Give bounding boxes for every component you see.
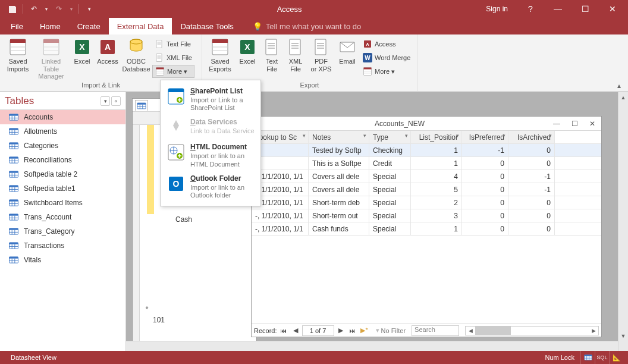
- record-prev-icon[interactable]: ◀: [290, 325, 301, 336]
- window-minimize-icon[interactable]: ―: [545, 0, 571, 18]
- import-access-button[interactable]: Access: [95, 36, 120, 79]
- cell[interactable]: -1: [508, 170, 555, 183]
- tab-file[interactable]: File: [2, 18, 32, 34]
- column-header[interactable]: Notes: [309, 131, 369, 143]
- export-xml-button[interactable]: XML File: [284, 36, 307, 79]
- ribbon-collapse-icon[interactable]: ▴: [614, 81, 624, 90]
- nav-item-softpedia-table-2[interactable]: Softpedia table 2: [0, 167, 125, 181]
- cell[interactable]: This is a Softpe: [309, 157, 369, 170]
- import-more-button[interactable]: More ▾: [152, 65, 194, 78]
- export-text-button[interactable]: Text File: [260, 36, 283, 79]
- nav-item-softpedia-table1[interactable]: Softpedia table1: [0, 181, 125, 196]
- nav-item-transactions[interactable]: Transactions: [0, 239, 125, 253]
- tell-me-search[interactable]: 💡 Tell me what you want to do: [242, 18, 361, 34]
- nav-item-allotments[interactable]: Allotments: [0, 124, 125, 139]
- nav-item-reconciliations[interactable]: Reconciliations: [0, 153, 125, 167]
- cell[interactable]: 0: [462, 183, 508, 196]
- import-excel-button[interactable]: Excel: [70, 36, 94, 79]
- export-access-button[interactable]: Access: [360, 37, 413, 51]
- cell[interactable]: 2: [411, 196, 462, 209]
- cell[interactable]: 0: [462, 222, 508, 235]
- export-word-merge-button[interactable]: WWord Merge: [360, 51, 413, 64]
- view-design-icon[interactable]: 📐: [609, 351, 623, 364]
- record-next-icon[interactable]: ▶: [335, 325, 346, 336]
- datasheet-close-icon[interactable]: ✕: [583, 117, 601, 131]
- cell[interactable]: Special: [369, 196, 411, 209]
- tab-create[interactable]: Create: [69, 18, 109, 34]
- qat-customize-icon[interactable]: ▾: [82, 2, 96, 15]
- cell[interactable]: Special: [369, 183, 411, 196]
- export-more-button[interactable]: More ▾: [360, 65, 413, 78]
- help-icon[interactable]: ?: [517, 0, 544, 18]
- saved-imports-button[interactable]: Saved Imports: [4, 36, 32, 79]
- window-close-icon[interactable]: ✕: [599, 0, 626, 18]
- export-excel-button[interactable]: Excel: [236, 36, 259, 79]
- no-filter-label[interactable]: No Filter: [381, 327, 406, 334]
- export-email-button[interactable]: Email: [335, 36, 359, 79]
- cell[interactable]: Short-term out: [309, 209, 369, 222]
- cell[interactable]: Special: [369, 209, 411, 222]
- undo-menu-icon[interactable]: ▾: [43, 2, 49, 15]
- nav-item-trans_account[interactable]: Trans_Account: [0, 210, 125, 224]
- cell[interactable]: Short-term deb: [309, 196, 369, 209]
- tab-external-data[interactable]: External Data: [109, 18, 172, 34]
- cell[interactable]: Special: [369, 170, 411, 183]
- dropdown-sharepoint-list[interactable]: SharePoint ListImport or Link to a Share…: [163, 84, 258, 115]
- cell[interactable]: Covers all dele: [309, 170, 369, 183]
- cell[interactable]: -, 1/1/2010, 1/1: [252, 222, 309, 235]
- save-icon[interactable]: [5, 2, 19, 15]
- cell[interactable]: -1: [508, 183, 555, 196]
- cell[interactable]: 0: [462, 209, 508, 222]
- nav-item-accounts[interactable]: Accounts: [0, 110, 125, 124]
- nav-header[interactable]: Tables: [5, 95, 101, 107]
- nav-item-vitals[interactable]: Vitals: [0, 253, 125, 267]
- cell[interactable]: 0: [508, 157, 555, 170]
- export-pdf-button[interactable]: PDF or XPS: [308, 36, 334, 79]
- nav-collapse-icon[interactable]: «: [111, 96, 121, 106]
- cell[interactable]: 4: [411, 170, 462, 183]
- datasheet-hscroll[interactable]: ◀▶: [465, 326, 599, 335]
- tab-home[interactable]: Home: [32, 18, 69, 34]
- cell[interactable]: 0: [462, 157, 508, 170]
- cell[interactable]: 0: [508, 222, 555, 235]
- nav-item-trans_category[interactable]: Trans_Category: [0, 224, 125, 239]
- cell[interactable]: 1: [411, 144, 462, 156]
- sign-in-link[interactable]: Sign in: [478, 5, 516, 13]
- record-new-icon[interactable]: ▶*: [359, 325, 370, 336]
- cell[interactable]: Cash funds: [309, 222, 369, 235]
- cell[interactable]: Tested by Softp: [309, 144, 369, 156]
- window-maximize-icon[interactable]: ☐: [572, 0, 598, 18]
- cell[interactable]: 1: [411, 157, 462, 170]
- redo-menu-icon[interactable]: ▾: [68, 2, 74, 15]
- filter-icon[interactable]: ▾: [376, 327, 379, 334]
- import-odbc-button[interactable]: ODBC Database: [121, 36, 151, 79]
- undo-icon[interactable]: ↶: [27, 2, 41, 15]
- cell[interactable]: 0: [462, 196, 508, 209]
- nav-item-switchboard-items[interactable]: Switchboard Items: [0, 196, 125, 210]
- cell[interactable]: 3: [411, 209, 462, 222]
- cell[interactable]: 0: [508, 209, 555, 222]
- cell[interactable]: 5: [411, 183, 462, 196]
- view-datasheet-icon[interactable]: [580, 351, 595, 364]
- dropdown-outlook-folder[interactable]: Outlook FolderImport or link to an Outlo…: [163, 171, 258, 202]
- import-xml-file-button[interactable]: XML File: [152, 51, 194, 64]
- nav-dropdown-icon[interactable]: ▾: [101, 96, 110, 106]
- column-header[interactable]: Type: [369, 131, 411, 143]
- nav-item-categories[interactable]: Categories: [0, 139, 125, 153]
- datasheet-maximize-icon[interactable]: ☐: [566, 117, 583, 131]
- redo-icon[interactable]: ↷: [52, 2, 66, 15]
- view-sql-icon[interactable]: SQL: [595, 351, 609, 364]
- record-last-icon[interactable]: ⏭: [347, 325, 358, 336]
- cell[interactable]: 1: [411, 222, 462, 235]
- cell[interactable]: 0: [508, 144, 555, 156]
- dropdown-html-document[interactable]: HTML DocumentImport or link to an HTML D…: [163, 140, 258, 171]
- cell[interactable]: 0: [508, 196, 555, 209]
- column-header[interactable]: List_Positior: [411, 131, 462, 143]
- cell[interactable]: Credit: [369, 157, 411, 170]
- import-text-file-button[interactable]: Text File: [152, 37, 194, 51]
- record-first-icon[interactable]: ⏮: [278, 325, 289, 336]
- cell[interactable]: Checking: [369, 144, 411, 156]
- datasheet-minimize-icon[interactable]: ―: [548, 117, 566, 131]
- column-header[interactable]: IsPreferred: [462, 131, 508, 143]
- tab-database-tools[interactable]: Database Tools: [172, 18, 241, 34]
